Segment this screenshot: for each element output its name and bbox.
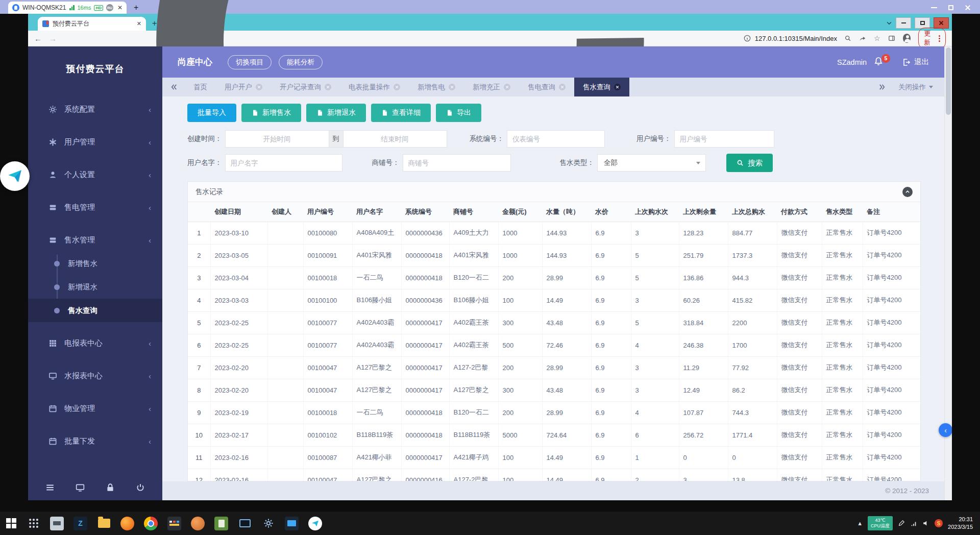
- taskbar-icon-keyboard[interactable]: [167, 517, 181, 530]
- side-panel-icon[interactable]: [888, 34, 895, 42]
- table-row[interactable]: 82023-02-2000100047A127巴黎之0000000417A127…: [188, 379, 920, 401]
- taskbar-icon-printer[interactable]: [50, 517, 64, 530]
- window-close-button[interactable]: [934, 17, 949, 29]
- client-minimize-button[interactable]: [931, 7, 937, 8]
- tab-close-icon[interactable]: ✕: [449, 84, 455, 90]
- search-button[interactable]: 搜索: [726, 154, 773, 172]
- taskbar-icon-settings[interactable]: [261, 517, 275, 530]
- user-no-input[interactable]: [674, 130, 774, 148]
- table-row[interactable]: 102023-02-1700100102B118B119茶0000000418B…: [188, 424, 920, 446]
- sidebar-item-batch-dispatch[interactable]: 批量下发‹: [28, 429, 162, 453]
- window-restore-button[interactable]: [915, 17, 930, 29]
- panel-collapse-button[interactable]: [902, 187, 913, 197]
- start-button[interactable]: [0, 512, 22, 535]
- sidebar-item-electric-report-center[interactable]: 电报表中心‹: [28, 331, 162, 355]
- tray-network-icon[interactable]: [910, 520, 917, 527]
- start-time-input[interactable]: [225, 130, 329, 148]
- switch-project-button[interactable]: 切换项目: [228, 55, 272, 69]
- tab-home[interactable]: 首页: [185, 78, 216, 96]
- lock-icon[interactable]: [106, 483, 115, 492]
- profile-avatar-icon[interactable]: [903, 34, 911, 43]
- tab-open-record-query[interactable]: 开户记录查询✕: [271, 78, 340, 96]
- system-no-input[interactable]: [507, 130, 605, 148]
- tab-meter-batch-ops[interactable]: 电表批量操作✕: [340, 78, 409, 96]
- forward-icon[interactable]: →: [49, 34, 57, 43]
- tab-close-icon[interactable]: ✕: [325, 84, 331, 90]
- todesk-floating-widget[interactable]: [0, 161, 30, 191]
- table-row[interactable]: 112023-02-1600100087A421椰小菲0000000417A42…: [188, 446, 920, 469]
- table-row[interactable]: 22023-03-0500100091A401宋风雅0000000418A401…: [188, 244, 920, 266]
- taskbar-icon-browser[interactable]: [191, 517, 205, 530]
- sidebar-item-property-management[interactable]: 物业管理‹: [28, 397, 162, 420]
- table-row[interactable]: 52023-02-2500100077A402A403霸0000000417A4…: [188, 311, 920, 334]
- add-water-sale-button[interactable]: 新增售水: [241, 104, 301, 122]
- client-close-button[interactable]: [965, 5, 971, 11]
- tab-close-icon[interactable]: ✕: [256, 84, 262, 90]
- taskbar-icon-display[interactable]: [285, 517, 299, 530]
- tab-close-icon[interactable]: ✕: [614, 84, 621, 90]
- export-button[interactable]: 导出: [436, 104, 481, 122]
- table-row[interactable]: 92023-02-1900100018一石二鸟0000000418B120一石二…: [188, 401, 920, 424]
- share-icon[interactable]: [859, 34, 866, 42]
- client-maximize-button[interactable]: [948, 5, 953, 10]
- user-name-input[interactable]: [225, 154, 342, 172]
- tray-expand-icon[interactable]: ▲: [857, 520, 863, 526]
- taskbar-icon-todesk[interactable]: [308, 517, 322, 530]
- logout-button[interactable]: 退出: [902, 57, 929, 67]
- double-chevron-right-icon[interactable]: [878, 83, 886, 91]
- water-type-select[interactable]: 全部: [597, 154, 706, 172]
- taskbar-icon-monitor[interactable]: [238, 517, 252, 530]
- zoom-icon[interactable]: [844, 34, 851, 42]
- address-bar[interactable]: 127.0.0.1:10315/Main/Index: [744, 35, 837, 42]
- close-operations-dropdown[interactable]: 关闭操作: [898, 83, 933, 92]
- shop-no-input[interactable]: [403, 154, 511, 172]
- sidebar-subitem-add-water-sale[interactable]: 新增售水: [28, 252, 162, 275]
- tab-add-electric-sale[interactable]: 新增售电✕: [409, 78, 464, 96]
- sidebar-item-personal-settings[interactable]: 个人设置‹: [28, 163, 162, 186]
- taskbar-icon-putty[interactable]: Z: [74, 517, 87, 530]
- table-row[interactable]: 72023-02-2000100047A127巴黎之0000000417A127…: [188, 356, 920, 379]
- chevron-down-icon[interactable]: [886, 20, 892, 26]
- sidebar-item-water-report-center[interactable]: 水报表中心‹: [28, 364, 162, 387]
- sidebar-item-water-sale[interactable]: 售水管理‹: [28, 228, 162, 252]
- power-icon[interactable]: [136, 483, 145, 492]
- table-row[interactable]: 12023-03-1000100080A408A409土0000000436A4…: [188, 222, 920, 244]
- notifications-button[interactable]: 5: [874, 57, 885, 68]
- back-icon[interactable]: ←: [34, 34, 42, 43]
- table-row[interactable]: 32023-03-0400100018一石二鸟0000000418B120一石二…: [188, 266, 920, 289]
- table-row[interactable]: 42023-03-0300100100B106滕小姐0000000436B106…: [188, 289, 920, 311]
- monitor-icon[interactable]: [76, 483, 85, 492]
- update-button[interactable]: 更新: [918, 28, 946, 49]
- tab-close-icon[interactable]: ✕: [504, 84, 510, 90]
- taskbar-icon-firefox[interactable]: [120, 517, 134, 530]
- cpu-temp-badge[interactable]: 43℃ CPU温度: [868, 516, 893, 531]
- scrollbar-thumb[interactable]: [946, 47, 951, 115]
- tab-user-open[interactable]: 用户开户✕: [216, 78, 271, 96]
- tab-close-icon[interactable]: ✕: [559, 84, 566, 90]
- taskbar-icon-app-grid[interactable]: [27, 517, 40, 530]
- sidebar-item-system-config[interactable]: 系统配置‹: [28, 98, 162, 121]
- menu-kebab-icon[interactable]: [939, 35, 940, 42]
- taskbar-icon-folder[interactable]: [97, 517, 111, 530]
- table-row[interactable]: 62023-02-2500100077A402A403霸0000000417A4…: [188, 334, 920, 356]
- table-row[interactable]: 122023-02-1600100047A127巴黎之0000000416A12…: [188, 469, 920, 481]
- tab-add-recharge-fix[interactable]: 新增充正✕: [464, 78, 519, 96]
- taskbar-clock[interactable]: 20:31 2023/3/15: [948, 516, 973, 531]
- right-panel-handle[interactable]: ‹: [939, 423, 952, 437]
- tab-close-icon[interactable]: ✕: [394, 84, 400, 90]
- taskbar-icon-notepad[interactable]: [214, 517, 228, 530]
- end-time-input[interactable]: [343, 130, 447, 148]
- sidebar-item-user-management[interactable]: 用户管理‹: [28, 130, 162, 154]
- window-minimize-button[interactable]: [896, 17, 911, 29]
- tab-water-sale-query[interactable]: 售水查询✕: [574, 78, 629, 96]
- sidebar-subitem-add-water-refund[interactable]: 新增退水: [28, 275, 162, 299]
- tab-electric-sale-query[interactable]: 售电查询✕: [519, 78, 574, 96]
- tray-pen-icon[interactable]: [898, 520, 905, 527]
- taskbar-icon-chrome[interactable]: [144, 517, 158, 530]
- view-detail-button[interactable]: 查看详细: [371, 104, 431, 122]
- add-water-refund-button[interactable]: 新增退水: [306, 104, 366, 122]
- sidebar-subitem-water-sale-query[interactable]: 售水查询: [28, 299, 162, 322]
- batch-import-button[interactable]: 批量导入: [187, 104, 236, 122]
- tabs-scroll-left-button[interactable]: [162, 78, 185, 96]
- sidebar-item-electric-sale[interactable]: 售电管理‹: [28, 196, 162, 219]
